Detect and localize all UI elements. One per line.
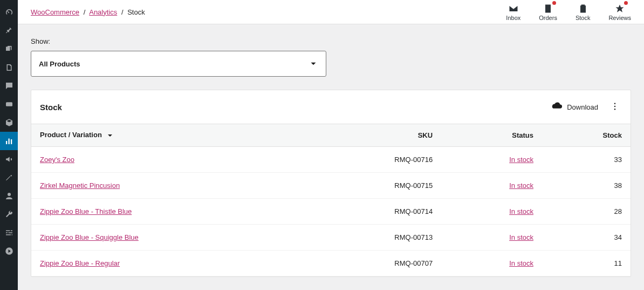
svg-point-2 bbox=[614, 106, 615, 107]
shortcut-label: Orders bbox=[539, 15, 557, 21]
shortcut-label: Reviews bbox=[608, 15, 631, 21]
download-button[interactable]: Download bbox=[551, 101, 598, 113]
breadcrumb-current: Stock bbox=[127, 8, 145, 16]
cell-sku: RMQ-00715 bbox=[306, 173, 441, 199]
bar-chart-icon bbox=[4, 136, 14, 146]
nav-appearance[interactable] bbox=[0, 168, 18, 187]
col-sku[interactable]: SKU bbox=[306, 124, 441, 147]
shortcut-stock[interactable]: Stock bbox=[576, 3, 591, 21]
megaphone-icon bbox=[4, 154, 14, 164]
woo-icon bbox=[4, 99, 14, 109]
col-stock[interactable]: Stock bbox=[542, 124, 631, 147]
nav-products[interactable] bbox=[0, 113, 18, 132]
shortcut-label: Stock bbox=[576, 15, 591, 21]
header-shortcuts: Inbox Orders Stock Reviews bbox=[506, 3, 631, 21]
shortcut-reviews[interactable]: Reviews bbox=[608, 3, 631, 21]
table-row: Zippie Zoo Blue - Thistle Blue RMQ-00714… bbox=[31, 199, 631, 225]
shortcut-label: Inbox bbox=[506, 15, 520, 21]
nav-tools[interactable] bbox=[0, 205, 18, 224]
user-icon bbox=[4, 191, 14, 201]
product-link[interactable]: Zippie Zoo Blue - Thistle Blue bbox=[40, 207, 132, 215]
filter-select-value: All Products bbox=[39, 60, 80, 68]
nav-analytics[interactable] bbox=[0, 132, 18, 150]
chevron-down-icon bbox=[309, 59, 318, 69]
more-options-button[interactable] bbox=[608, 99, 622, 115]
col-product[interactable]: Product / Variation bbox=[31, 124, 306, 147]
nav-media[interactable] bbox=[0, 40, 18, 58]
media-icon bbox=[4, 44, 14, 54]
breadcrumb: WooCommerce / Analytics / Stock bbox=[31, 8, 145, 16]
shortcut-orders[interactable]: Orders bbox=[539, 3, 557, 21]
table-row: Zoey's Zoo RMQ-00716 In stock 33 bbox=[31, 147, 631, 173]
wrench-icon bbox=[4, 210, 14, 219]
cell-stock: 34 bbox=[542, 225, 631, 251]
nav-pages[interactable] bbox=[0, 58, 18, 77]
nav-pin[interactable] bbox=[0, 22, 18, 40]
table-row: Zirkel Magnetic Pincusion RMQ-00715 In s… bbox=[31, 173, 631, 199]
download-label: Download bbox=[567, 103, 598, 111]
shortcut-inbox[interactable]: Inbox bbox=[506, 3, 520, 21]
col-product-label: Product / Variation bbox=[40, 131, 102, 139]
stock-table: Product / Variation SKU Status Stock Zoe… bbox=[31, 124, 631, 276]
cube-icon bbox=[4, 118, 14, 127]
play-circle-icon bbox=[4, 246, 14, 256]
status-link[interactable]: In stock bbox=[509, 233, 533, 241]
status-link[interactable]: In stock bbox=[509, 259, 533, 267]
orders-icon bbox=[543, 3, 553, 14]
status-link[interactable]: In stock bbox=[509, 207, 533, 215]
nav-settings[interactable] bbox=[0, 224, 18, 242]
cell-sku: RMQ-00714 bbox=[306, 199, 441, 225]
nav-marketing[interactable] bbox=[0, 150, 18, 168]
table-row: Zippie Zoo Blue - Squiggle Blue RMQ-0071… bbox=[31, 225, 631, 251]
svg-rect-0 bbox=[6, 102, 12, 106]
nav-users[interactable] bbox=[0, 187, 18, 205]
cell-stock: 38 bbox=[542, 173, 631, 199]
pin-icon bbox=[4, 26, 14, 36]
card-title: Stock bbox=[40, 103, 62, 112]
breadcrumb-analytics[interactable]: Analytics bbox=[89, 8, 117, 16]
col-status[interactable]: Status bbox=[441, 124, 542, 147]
stock-card: Stock Download bbox=[31, 90, 631, 277]
table-row: Zippie Zoo Blue - Regular RMQ-00707 In s… bbox=[31, 251, 631, 276]
pages-icon bbox=[4, 63, 14, 72]
cloud-download-icon bbox=[551, 101, 563, 113]
admin-sidebar bbox=[0, 0, 18, 290]
nav-comments[interactable] bbox=[0, 77, 18, 95]
status-link[interactable]: In stock bbox=[509, 181, 533, 190]
product-link[interactable]: Zoey's Zoo bbox=[40, 156, 74, 164]
chevron-down-icon bbox=[106, 131, 114, 140]
product-link[interactable]: Zirkel Magnetic Pincusion bbox=[40, 181, 120, 190]
page-header: WooCommerce / Analytics / Stock Inbox Or… bbox=[18, 0, 644, 24]
cell-sku: RMQ-00707 bbox=[306, 251, 441, 276]
star-icon bbox=[614, 3, 625, 14]
clipboard-icon bbox=[578, 3, 588, 14]
gauge-icon bbox=[4, 8, 14, 17]
kebab-icon bbox=[610, 102, 620, 111]
status-link[interactable]: In stock bbox=[509, 156, 533, 164]
breadcrumb-root[interactable]: WooCommerce bbox=[31, 8, 79, 16]
comment-icon bbox=[4, 81, 14, 91]
sliders-icon bbox=[4, 228, 14, 238]
breadcrumb-sep: / bbox=[84, 8, 86, 16]
product-link[interactable]: Zippie Zoo Blue - Regular bbox=[40, 259, 120, 267]
cell-stock: 33 bbox=[542, 147, 631, 173]
product-link[interactable]: Zippie Zoo Blue - Squiggle Blue bbox=[40, 233, 139, 241]
cell-sku: RMQ-00716 bbox=[306, 147, 441, 173]
cell-stock: 11 bbox=[542, 251, 631, 276]
brush-icon bbox=[4, 173, 14, 183]
cell-stock: 28 bbox=[542, 199, 631, 225]
nav-woo[interactable] bbox=[0, 95, 18, 113]
breadcrumb-sep: / bbox=[121, 8, 124, 16]
filter-select[interactable]: All Products bbox=[31, 51, 326, 77]
cell-sku: RMQ-00713 bbox=[306, 225, 441, 251]
notification-dot bbox=[624, 1, 628, 5]
svg-point-1 bbox=[614, 103, 615, 104]
filter-label: Show: bbox=[31, 37, 631, 45]
mail-icon bbox=[508, 3, 519, 14]
nav-dashboard[interactable] bbox=[0, 3, 18, 22]
notification-dot bbox=[552, 1, 556, 5]
svg-point-3 bbox=[614, 109, 615, 110]
nav-collapse[interactable] bbox=[0, 242, 18, 260]
card-header: Stock Download bbox=[31, 90, 631, 124]
